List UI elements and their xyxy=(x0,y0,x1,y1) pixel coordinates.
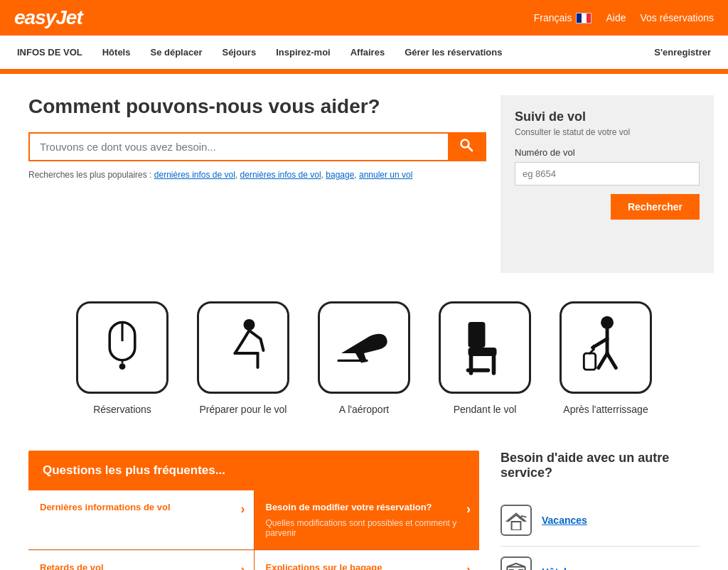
aide-link[interactable]: Aide xyxy=(606,12,626,23)
faq-grid: Dernières informations de vol › Besoin d… xyxy=(28,490,479,570)
svg-point-4 xyxy=(119,363,126,370)
popular-searches: Recherches les plus populaires : dernièr… xyxy=(28,170,486,180)
vacances-label: Vacances xyxy=(542,515,587,526)
help-title: Comment pouvons-nous vous aider? xyxy=(28,95,486,118)
icon-prepare[interactable]: Préparer pour le vol xyxy=(197,301,289,415)
popular-label: Recherches les plus populaires : xyxy=(28,170,151,180)
svg-rect-14 xyxy=(584,353,595,370)
search-input[interactable] xyxy=(30,134,448,160)
faq-item-title-2: Besoin de modifier votre réservation? xyxy=(266,502,469,512)
airport-icon-box xyxy=(318,301,410,394)
popular-link-1[interactable]: dernières infos de vol xyxy=(154,170,235,180)
reservations-link[interactable]: Vos réservations xyxy=(641,12,714,23)
seat-icon xyxy=(462,319,508,376)
faq-item-title-3: Retards de vol xyxy=(40,562,242,570)
svg-rect-17 xyxy=(512,522,521,530)
popular-link-4[interactable]: annuler un vol xyxy=(359,170,412,180)
svg-rect-8 xyxy=(468,322,485,348)
language-label: Français xyxy=(534,12,572,23)
reservations-label: Réservations xyxy=(93,404,151,415)
faq-arrow-3: › xyxy=(241,562,245,570)
airport-label: A l'aéroport xyxy=(339,404,389,415)
tracker-row xyxy=(515,162,700,185)
mouse-icon xyxy=(97,319,147,376)
icon-airport[interactable]: A l'aéroport xyxy=(318,301,410,415)
popular-link-2[interactable]: dernières infos de vol xyxy=(240,170,321,180)
airplane-icon xyxy=(336,326,392,369)
vacances-icon xyxy=(500,505,532,536)
tracker-title: Suivi de vol xyxy=(515,109,700,124)
language-selector[interactable]: Français xyxy=(534,12,592,23)
left-content: Comment pouvons-nous vous aider? Recherc… xyxy=(28,95,486,273)
nav-inspirez-moi[interactable]: Inspirez-moi xyxy=(266,36,341,69)
faq-title: Questions les plus fréquentes... xyxy=(28,451,479,490)
search-button[interactable] xyxy=(448,134,485,160)
help-right-title: Besoin d'aide avec un autre service? xyxy=(500,451,700,480)
faq-item-dernieres-infos[interactable]: Dernières informations de vol › xyxy=(28,490,254,549)
hotels-icon xyxy=(500,556,532,570)
walking-person-icon xyxy=(581,316,631,380)
svg-point-13 xyxy=(601,316,614,329)
nav-affaires[interactable]: Affaires xyxy=(341,36,395,69)
french-flag xyxy=(576,13,592,23)
logo: easyJet xyxy=(14,6,82,29)
during-icon-box xyxy=(439,301,531,394)
prepare-icon-box xyxy=(197,301,289,394)
popular-link-3[interactable]: bagage xyxy=(326,170,354,180)
faq-item-title-4: Explications sur le bagage xyxy=(266,562,469,570)
reservations-icon-box xyxy=(76,301,168,394)
after-icon-box xyxy=(560,301,652,394)
faq-item-retards[interactable]: Retards de vol › xyxy=(28,550,254,570)
main-nav: INFOS DE VOL Hôtels Se déplacer Séjours … xyxy=(0,36,728,71)
tracker-flight-label: Numéro de vol xyxy=(515,147,700,158)
nav-sejours[interactable]: Séjours xyxy=(212,36,266,69)
nav-register[interactable]: S'enregistrer xyxy=(644,36,721,69)
faq-arrow-4: › xyxy=(466,562,471,570)
icon-reservations[interactable]: Réservations xyxy=(76,301,168,415)
search-bar xyxy=(28,132,486,161)
main-content: Comment pouvons-nous vous aider? Recherc… xyxy=(0,74,728,287)
search-icon xyxy=(459,138,473,152)
nav-se-deplacer[interactable]: Se déplacer xyxy=(140,36,212,69)
tracker-search-button[interactable]: Rechercher xyxy=(611,194,700,220)
flight-tracker-panel: Suivi de vol Consulter le statut de votr… xyxy=(500,95,714,273)
svg-point-6 xyxy=(243,319,255,330)
help-link-hotels[interactable]: Hôtels xyxy=(500,547,700,570)
help-link-vacances[interactable]: Vacances xyxy=(500,495,700,547)
top-right-nav: Français Aide Vos réservations xyxy=(534,12,714,23)
svg-line-1 xyxy=(469,147,473,151)
sitting-person-icon xyxy=(217,319,270,376)
faq-arrow-1: › xyxy=(241,502,245,517)
faq-item-modifier[interactable]: Besoin de modifier votre réservation? Qu… xyxy=(255,490,480,549)
nav-hotels[interactable]: Hôtels xyxy=(92,36,141,69)
during-label: Pendant le vol xyxy=(454,404,517,415)
nav-infos-vol[interactable]: INFOS DE VOL xyxy=(7,36,92,69)
icon-after[interactable]: Après l'atterrissage xyxy=(560,301,652,415)
nav-gerer-reservations[interactable]: Gérer les réservations xyxy=(395,36,512,69)
top-bar: easyJet Français Aide Vos réservations xyxy=(0,0,728,36)
flight-number-input[interactable] xyxy=(515,162,700,185)
faq-left: Questions les plus fréquentes... Dernièr… xyxy=(28,451,479,570)
icon-section: Réservations Préparer pour le vol A l'aé… xyxy=(0,287,728,436)
hotels-label: Hôtels xyxy=(542,566,572,570)
help-right: Besoin d'aide avec un autre service? Vac… xyxy=(500,451,700,570)
faq-section: Questions les plus fréquentes... Dernièr… xyxy=(0,436,728,570)
prepare-label: Préparer pour le vol xyxy=(200,404,287,415)
tracker-subtitle: Consulter le statut de votre vol xyxy=(515,127,700,137)
faq-arrow-2: › xyxy=(466,502,471,517)
icon-during[interactable]: Pendant le vol xyxy=(439,301,531,415)
faq-item-title-1: Dernières informations de vol xyxy=(40,502,242,512)
after-label: Après l'atterrissage xyxy=(563,404,648,415)
faq-item-desc-2: Quelles modifications sont possibles et … xyxy=(266,518,469,538)
faq-item-bagage[interactable]: Explications sur le bagage › xyxy=(255,550,480,570)
